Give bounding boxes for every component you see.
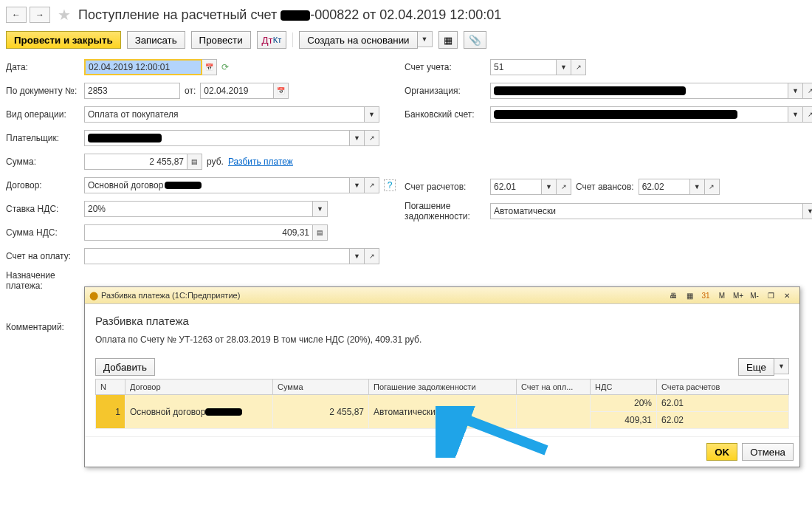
dialog-print-icon[interactable]: 🖶: [666, 289, 681, 302]
help-icon[interactable]: ?: [384, 179, 396, 191]
vat-sum-calc-icon[interactable]: ▤: [313, 224, 328, 241]
redacted-title: [281, 10, 310, 21]
bank-redacted: [494, 110, 737, 119]
vat-rate-label: Ставка НДС:: [6, 204, 80, 214]
write-button[interactable]: Записать: [127, 31, 185, 49]
op-type-label: Вид операции:: [6, 109, 80, 120]
doc-date-field[interactable]: 02.04.2019: [200, 83, 274, 99]
bank-open-icon[interactable]: ↗: [803, 106, 812, 123]
split-payment-link[interactable]: Разбить платеж: [228, 157, 293, 167]
post-and-close-button[interactable]: Провести и закрыть: [6, 31, 121, 49]
bank-dropdown-icon[interactable]: ▼: [788, 106, 803, 123]
split-payment-dialog: ⬤ Разбивка платежа (1С:Предприятие) 🖶 ▦ …: [84, 286, 800, 343]
vat-rate-dropdown-icon[interactable]: ▼: [313, 201, 328, 217]
modal-header: Разбивка платежа: [95, 315, 789, 327]
doc-no-field[interactable]: 2853: [84, 83, 180, 99]
debt-pay-label: Погашение задолженности:: [405, 201, 486, 221]
org-redacted: [494, 86, 686, 95]
dialog-restore-icon[interactable]: ❐: [763, 289, 778, 302]
date-picker-icon[interactable]: 📅: [202, 59, 217, 75]
doc-date-picker-icon[interactable]: 📅: [274, 83, 289, 99]
payer-dropdown-icon[interactable]: ▼: [350, 130, 365, 146]
vat-sum-label: Сумма НДС:: [6, 227, 80, 238]
settl-acc-field[interactable]: 62.01: [490, 179, 542, 195]
dialog-mplus-icon[interactable]: M+: [731, 289, 746, 302]
adv-acc-label: Счет авансов:: [576, 182, 634, 192]
dialog-mminus-icon[interactable]: M-: [747, 289, 762, 302]
op-type-field[interactable]: Оплата от покупателя: [84, 106, 365, 123]
create-based-button[interactable]: Создать на основании: [299, 31, 417, 49]
repeat-icon[interactable]: ⟳: [221, 62, 229, 72]
adv-acc-field[interactable]: 62.02: [639, 179, 690, 195]
sum-field[interactable]: 2 455,87: [84, 154, 187, 170]
date-field[interactable]: 02.04.2019 12:00:01: [84, 59, 202, 75]
sum-calc-icon[interactable]: ▤: [187, 154, 202, 170]
create-based-dropdown[interactable]: ▼: [418, 31, 433, 47]
invoice-field[interactable]: [84, 248, 350, 264]
date-label: Дата:: [6, 62, 80, 72]
debt-pay-field[interactable]: Автоматически: [490, 203, 803, 219]
title-mid: -000822 от 02.04.2019 12:00:01: [310, 7, 501, 22]
contract-label: Договор:: [6, 180, 80, 190]
doc-no-label: По документу №:: [6, 86, 80, 96]
dt-kt-button[interactable]: ДтКт: [257, 31, 287, 49]
contract-text: Основной договор: [88, 180, 163, 190]
payer-field[interactable]: [84, 130, 350, 146]
title-pre: Поступление на расчетный счет: [78, 7, 277, 22]
bank-acc-field[interactable]: [490, 106, 788, 123]
attachment-button[interactable]: 📎: [464, 31, 486, 49]
nav-forward-button[interactable]: →: [30, 7, 50, 23]
modal-desc: Оплата по Счету № УТ-1263 от 28.03.2019 …: [95, 334, 789, 343]
contract-field[interactable]: Основной договор: [84, 177, 350, 193]
sum-label: Сумма:: [6, 157, 80, 167]
payer-redacted: [88, 134, 162, 142]
contract-dropdown-icon[interactable]: ▼: [350, 177, 365, 193]
adv-dropdown-icon[interactable]: ▼: [690, 179, 705, 195]
org-field[interactable]: [490, 83, 788, 99]
nav-back-button[interactable]: ←: [6, 7, 27, 23]
contract-open-icon[interactable]: ↗: [365, 177, 379, 193]
adv-open-icon[interactable]: ↗: [705, 179, 720, 195]
payer-label: Плательщик:: [6, 133, 80, 143]
purpose-label: Назначение платежа:: [6, 270, 80, 291]
account-field[interactable]: 51: [490, 59, 557, 75]
comment-label: Комментарий:: [6, 322, 80, 332]
vat-rate-field[interactable]: 20%: [84, 201, 313, 217]
rub-label: руб.: [207, 157, 224, 167]
separator: [292, 32, 293, 47]
star-icon[interactable]: ★: [58, 6, 71, 24]
settl-open-icon[interactable]: ↗: [557, 179, 571, 195]
account-label: Счет учета:: [405, 62, 486, 72]
contract-redacted: [165, 182, 202, 189]
dialog-m-icon[interactable]: M: [715, 289, 729, 302]
dialog-close-icon[interactable]: ✕: [780, 289, 794, 302]
dialog-title: Разбивка платежа (1С:Предприятие): [101, 291, 240, 300]
account-open-icon[interactable]: ↗: [571, 59, 586, 75]
settl-dropdown-icon[interactable]: ▼: [542, 179, 557, 195]
by-date-label: от:: [185, 86, 196, 96]
related-docs-button[interactable]: ▦: [438, 31, 458, 49]
payer-open-icon[interactable]: ↗: [365, 130, 379, 146]
invoice-open-icon[interactable]: ↗: [365, 248, 379, 264]
invoice-label: Счет на оплату:: [6, 251, 80, 261]
dialog-calendar-icon[interactable]: 31: [698, 289, 713, 302]
dialog-grid-icon[interactable]: ▦: [682, 289, 697, 302]
post-button[interactable]: Провести: [191, 31, 251, 49]
org-label: Организация:: [405, 86, 486, 96]
dialog-1c-icon: ⬤: [89, 291, 98, 300]
org-dropdown-icon[interactable]: ▼: [788, 83, 803, 99]
op-type-dropdown-icon[interactable]: ▼: [365, 106, 379, 123]
page-title: Поступление на расчетный счет -000822 от…: [78, 7, 501, 23]
invoice-dropdown-icon[interactable]: ▼: [350, 248, 365, 264]
debt-dropdown-icon[interactable]: ▼: [803, 203, 812, 219]
org-open-icon[interactable]: ↗: [803, 83, 812, 99]
settl-acc-label: Счет расчетов:: [405, 182, 486, 192]
vat-sum-field[interactable]: 409,31: [84, 224, 313, 241]
account-dropdown-icon[interactable]: ▼: [557, 59, 571, 75]
bank-acc-label: Банковский счет:: [405, 109, 486, 120]
